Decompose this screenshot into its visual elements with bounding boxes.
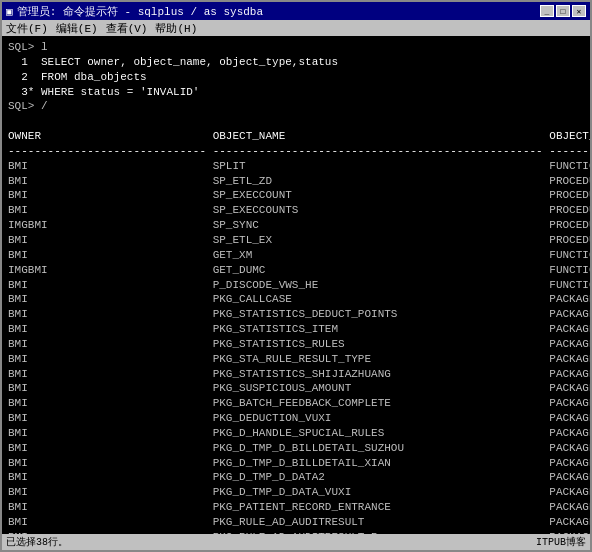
blank-1 [8, 114, 584, 129]
menu-file[interactable]: 文件(F) [6, 21, 48, 36]
row-3: BMI SP_EXECCOUNT PROCEDURE INVALID [8, 188, 584, 203]
row-24: BMI PKG_PATIENT_RECORD_ENTRANCE PACKAGE … [8, 500, 584, 515]
row-13: BMI PKG_STATISTICS_RULES PACKAGE BODY IN… [8, 337, 584, 352]
row-4: BMI SP_EXECCOUNTS PROCEDURE INVALID [8, 203, 584, 218]
main-window: ▣ 管理员: 命令提示符 - sqlplus / as sysdba _ □ ✕… [0, 0, 592, 552]
row-23: BMI PKG_D_TMP_D_DATA_VUXI PACKAGE BODY I… [8, 485, 584, 500]
footer-left: 已选择38行。 [6, 535, 68, 549]
cmd-line-1: 1 SELECT owner, object_name, object_type… [8, 55, 584, 70]
row-22: BMI PKG_D_TMP_D_DATA2 PACKAGE BODY INVAL… [8, 470, 584, 485]
window-title: 管理员: 命令提示符 - sqlplus / as sysdba [17, 4, 263, 19]
row-9: BMI P_DISCODE_VWS_HE FUNCTION INVALID [8, 278, 584, 293]
title-bar-left: ▣ 管理员: 命令提示符 - sqlplus / as sysdba [6, 4, 263, 19]
maximize-button[interactable]: □ [556, 5, 570, 17]
row-2: BMI SP_ETL_ZD PROCEDURE INVALID [8, 174, 584, 189]
menu-bar: 文件(F) 编辑(E) 查看(V) 帮助(H) [2, 20, 590, 36]
row-8: IMGBMI GET_DUMC FUNCTION INVALID [8, 263, 584, 278]
row-16: BMI PKG_SUSPICIOUS_AMOUNT PACKAGE BODY I… [8, 381, 584, 396]
col-divider: ------------------------------ ---------… [8, 144, 584, 159]
menu-help[interactable]: 帮助(H) [155, 21, 197, 36]
row-25: BMI PKG_RULE_AD_AUDITRESULT PACKAGE BODY… [8, 515, 584, 530]
row-20: BMI PKG_D_TMP_D_BILLDETAIL_SUZHOU PACKAG… [8, 441, 584, 456]
row-18: BMI PKG_DEDUCTION_VUXI PACKAGE BODY INVA… [8, 411, 584, 426]
row-10: BMI PKG_CALLCASE PACKAGE BODY INVALID [8, 292, 584, 307]
row-5: IMGBMI SP_SYNC PROCEDURE INVALID [8, 218, 584, 233]
row-21: BMI PKG_D_TMP_D_BILLDETAIL_XIAN PACKAGE … [8, 456, 584, 471]
row-19: BMI PKG_D_HANDLE_SPUCIAL_RULES PACKAGE B… [8, 426, 584, 441]
row-17: BMI PKG_BATCH_FEEDBACK_COMPLETE PACKAGE … [8, 396, 584, 411]
title-bar-icon: ▣ [6, 5, 13, 18]
title-bar: ▣ 管理员: 命令提示符 - sqlplus / as sysdba _ □ ✕ [2, 2, 590, 20]
footer-bar: 已选择38行。 ITPUB博客 [2, 534, 590, 550]
row-1: BMI SPLIT FUNCTION INVALID [8, 159, 584, 174]
sql-prompt-2: SQL> / [8, 99, 584, 114]
row-14: BMI PKG_STA_RULE_RESULT_TYPE PACKAGE BOD… [8, 352, 584, 367]
row-7: BMI GET_XM FUNCTION INVALID [8, 248, 584, 263]
sql-prompt-1: SQL> l [8, 40, 584, 55]
cmd-line-3: 3* WHERE status = 'INVALID' [8, 85, 584, 100]
cmd-line-2: 2 FROM dba_objects [8, 70, 584, 85]
terminal-output[interactable]: SQL> l 1 SELECT owner, object_name, obje… [2, 36, 590, 534]
title-bar-controls[interactable]: _ □ ✕ [540, 5, 586, 17]
row-15: BMI PKG_STATISTICS_SHIJIAZHUANG PACKAGE … [8, 367, 584, 382]
row-6: BMI SP_ETL_EX PROCEDURE INVALID [8, 233, 584, 248]
row-12: BMI PKG_STATISTICS_ITEM PACKAGE BODY INV… [8, 322, 584, 337]
footer-right: ITPUB博客 [536, 535, 586, 549]
row-11: BMI PKG_STATISTICS_DEDUCT_POINTS PACKAGE… [8, 307, 584, 322]
close-button[interactable]: ✕ [572, 5, 586, 17]
col-header: OWNER OBJECT_NAME OBJECT_TYPE STATUS [8, 129, 584, 144]
menu-view[interactable]: 查看(V) [106, 21, 148, 36]
minimize-button[interactable]: _ [540, 5, 554, 17]
menu-edit[interactable]: 编辑(E) [56, 21, 98, 36]
